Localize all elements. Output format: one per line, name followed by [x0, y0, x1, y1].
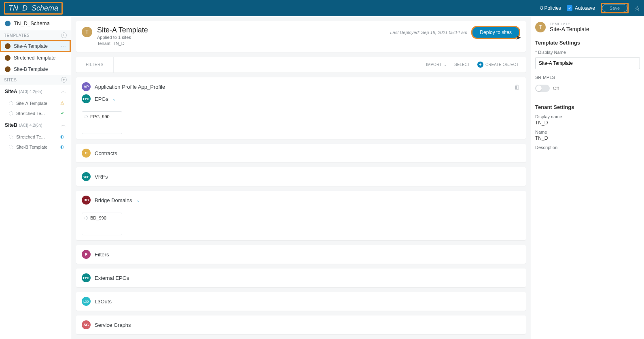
panel-title: Site-A Template — [550, 26, 589, 32]
add-site-icon[interactable]: + — [61, 77, 67, 83]
site-sub-item[interactable]: Stretched Te... ◐ — [0, 132, 71, 142]
section-filters[interactable]: F Filters — [76, 245, 526, 264]
tenant-name-label: Name — [535, 130, 640, 134]
srmpls-value: Off — [553, 86, 559, 91]
policies-count[interactable]: 8 Policies — [540, 5, 561, 11]
filter-input[interactable] — [114, 57, 419, 72]
sidebar-section-templates: TEMPLATES + — [0, 30, 71, 40]
star-icon[interactable]: ☆ — [634, 4, 640, 12]
site-name: SiteB — [5, 122, 17, 128]
tenant-dispname-label: Display name — [535, 114, 640, 119]
site-sub-item[interactable]: Site-B Template ◐ — [0, 142, 71, 152]
section-title: VRFs — [95, 174, 108, 180]
trash-icon[interactable]: 🗑 — [514, 83, 520, 90]
dot-icon — [85, 216, 88, 220]
filter-bar: FILTERS IMPORT ⌄ SELECT + CREATE OBJECT — [76, 57, 526, 72]
sidebar-schema[interactable]: TN_D_Schema — [0, 16, 71, 30]
top-bar: TN_D_Schema 8 Policies ✓ Autosave Save ☆ — [0, 0, 644, 16]
template-icon — [5, 55, 11, 61]
template-label: Stretched Template — [14, 55, 55, 61]
sidebar-site-b[interactable]: SiteB(ACI) 4.2(6h) ︿ — [0, 118, 71, 132]
dot-icon — [9, 135, 13, 139]
deploy-button[interactable]: Deploy to sites — [471, 26, 520, 39]
schema-icon — [5, 21, 11, 26]
sub-label: Site-B Template — [16, 145, 47, 149]
site-sub-item[interactable]: Stretched Te... ✔ — [0, 108, 71, 118]
badge-icon: AP — [82, 82, 91, 91]
highlight-save: Save — [601, 3, 629, 13]
sub-label: Site-A Template — [16, 101, 47, 106]
create-object-button[interactable]: + CREATE OBJECT — [477, 62, 519, 68]
save-button[interactable]: Save — [602, 4, 627, 12]
section-title: Application Profile App_Profile — [95, 84, 165, 90]
badge-icon: SG — [82, 320, 91, 329]
check-icon: ✔ — [61, 111, 64, 116]
site-name: SiteA — [5, 89, 17, 94]
section-bridge-domains[interactable]: BD Bridge Domains ⌄ BD_990 — [76, 191, 526, 240]
tenant-desc-label: Description — [535, 145, 640, 150]
badge-icon: VRF — [82, 172, 91, 181]
deploy-highlight: Deploy to sites ➤ — [471, 26, 520, 39]
sidebar-item-template-stretched[interactable]: Stretched Template — [0, 52, 71, 64]
right-panel: T TEMPLATE Site-A Template Template Sett… — [531, 16, 644, 339]
badge-icon: EPG — [82, 273, 91, 282]
epg-card[interactable]: EPG_990 — [82, 111, 122, 134]
dot-icon — [9, 101, 13, 105]
section-app-profile[interactable]: AP Application Profile App_Profile 🗑 EPG… — [76, 77, 526, 139]
chevron-down-icon[interactable]: ⌄ — [136, 198, 140, 203]
section-title: Service Graphs — [95, 322, 131, 328]
sidebar-section-sites: SITES + — [0, 75, 71, 85]
template-header: T Site-A Template Applied to 1 sites Ten… — [76, 21, 526, 52]
sub-label: Stretched Te... — [16, 111, 45, 116]
tenant-dispname-value: TN_D — [535, 120, 640, 126]
filters-label: FILTERS — [76, 57, 114, 72]
badge-icon: BD — [82, 196, 91, 205]
section-contracts[interactable]: C Contracts — [76, 144, 526, 162]
autosave-toggle[interactable]: ✓ Autosave — [567, 5, 595, 11]
srmpls-label: SR-MPLS — [535, 75, 640, 80]
card-label: BD_990 — [90, 215, 106, 220]
section-l3outs[interactable]: L3O L3Outs — [76, 292, 526, 311]
site-meta: (ACI) 4.2(6h) — [19, 90, 42, 94]
autosave-label: Autosave — [575, 5, 595, 11]
badge-icon: EPG — [82, 94, 91, 103]
display-name-label: * Display Name — [535, 50, 640, 55]
template-icon — [5, 66, 11, 72]
site-meta: (ACI) 4.2(6h) — [19, 123, 42, 128]
more-icon[interactable]: ⋯ — [60, 43, 66, 49]
sidebar-site-a[interactable]: SiteA(ACI) 4.2(6h) ︿ — [0, 85, 71, 98]
section-service-graphs[interactable]: SG Service Graphs — [76, 316, 526, 334]
import-dropdown[interactable]: IMPORT ⌄ — [426, 62, 447, 67]
main-canvas: T Site-A Template Applied to 1 sites Ten… — [71, 16, 531, 339]
template-avatar: T — [535, 22, 546, 32]
sidebar-item-template-a[interactable]: Site-A Template ⋯ — [0, 40, 71, 52]
loading-icon: ◐ — [60, 134, 64, 139]
sidebar: TN_D_Schema TEMPLATES + Site-A Template … — [0, 16, 71, 339]
section-external-epgs[interactable]: EPG External EPGs — [76, 269, 526, 287]
section-label: SITES — [4, 78, 17, 82]
schema-title: TN_D_Schema — [4, 2, 63, 15]
select-link[interactable]: SELECT — [454, 62, 470, 67]
warning-icon: ⚠ — [60, 100, 64, 106]
last-deployed: Last Deployed: Sep 19, 2021 05:14 am — [390, 30, 467, 35]
badge-icon: L3O — [82, 297, 91, 306]
template-label: Site-A Template — [14, 43, 48, 49]
add-template-icon[interactable]: + — [61, 32, 67, 38]
sidebar-item-template-b[interactable]: Site-B Template — [0, 64, 71, 75]
schema-name: TN_D_Schema — [14, 20, 50, 26]
srmpls-toggle[interactable] — [535, 85, 550, 92]
section-title: Bridge Domains — [95, 197, 132, 203]
chevron-down-icon[interactable]: ⌄ — [112, 96, 116, 102]
tenant-name-value: TN_D — [535, 135, 640, 141]
template-tenant: Tenant: TN_D — [97, 41, 148, 47]
chevron-up-icon[interactable]: ︿ — [61, 122, 66, 128]
section-vrfs[interactable]: VRF VRFs — [76, 167, 526, 186]
chevron-up-icon[interactable]: ︿ — [61, 88, 66, 95]
section-title: Filters — [95, 252, 109, 258]
display-name-input[interactable] — [535, 57, 640, 69]
site-sub-item[interactable]: Site-A Template ⚠ — [0, 98, 71, 108]
template-title: Site-A Template — [97, 26, 148, 34]
badge-icon: F — [82, 250, 91, 259]
sub-label: Stretched Te... — [16, 134, 45, 139]
bd-card[interactable]: BD_990 — [82, 213, 122, 235]
